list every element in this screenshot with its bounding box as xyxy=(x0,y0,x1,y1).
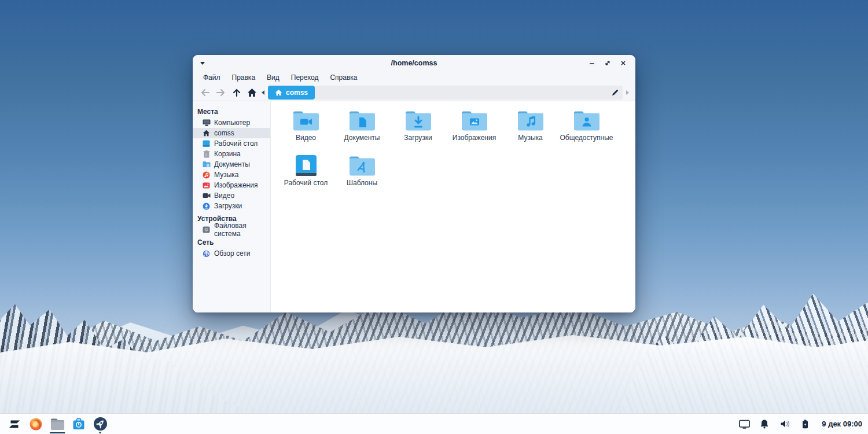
sidebar-item-label: Рабочий стол xyxy=(214,139,258,148)
sidebar-section-places: Места xyxy=(193,104,270,117)
sidebar-item-comss[interactable]: comss xyxy=(193,128,270,138)
sidebar-item-network-browse[interactable]: Обзор сети xyxy=(193,248,270,259)
file-manager-icon xyxy=(50,418,65,431)
display-icon[interactable] xyxy=(738,418,750,430)
taskbar-tray: 9 дек 09:00 xyxy=(738,418,862,430)
sidebar-item-filesystem[interactable]: Файловая система xyxy=(193,225,270,235)
file-manager-button[interactable] xyxy=(49,414,66,434)
file-label: Изображения xyxy=(453,134,496,142)
volume-icon[interactable] xyxy=(779,418,790,430)
home-button[interactable] xyxy=(244,86,260,100)
menu-file[interactable]: Файл xyxy=(197,71,226,84)
sidebar-item-downloads[interactable]: Загрузки xyxy=(193,201,270,211)
desktop-icon xyxy=(202,139,211,148)
sidebar-item-trash[interactable]: Корзина xyxy=(193,149,270,159)
window-menu-caret-icon[interactable] xyxy=(200,60,207,67)
taskbar: 9 дек 09:00 xyxy=(0,413,868,434)
running-app-indicator xyxy=(100,432,101,433)
file-grid: Видео Документы xyxy=(271,101,635,312)
folder-documents-icon xyxy=(348,108,376,133)
filesystem-drive-icon xyxy=(202,226,211,234)
breadcrumb-scroll-right-icon[interactable] xyxy=(624,86,631,100)
maximize-button[interactable] xyxy=(602,58,613,68)
desktop: /home/comss Файл Правка Вид xyxy=(0,0,868,434)
firefox-icon xyxy=(29,417,43,431)
file-label: Документы xyxy=(344,134,380,142)
file-item-desktop[interactable]: Рабочий стол xyxy=(278,153,334,198)
file-item-music[interactable]: Музыка xyxy=(502,108,558,153)
folder-video-icon xyxy=(292,108,320,133)
sidebar-item-images[interactable]: Изображения xyxy=(193,180,270,190)
trash-icon xyxy=(202,150,211,159)
menu-help[interactable]: Справка xyxy=(324,71,363,84)
sidebar: Места Компьютер comss xyxy=(193,101,271,312)
breadcrumb-scroll-left-icon[interactable] xyxy=(260,86,267,100)
notifications-bell-icon[interactable] xyxy=(759,418,770,430)
launcher-rocket-button[interactable] xyxy=(91,414,109,434)
sidebar-item-label: Обзор сети xyxy=(214,249,250,258)
software-store-button[interactable] xyxy=(70,414,87,434)
file-label: Загрузки xyxy=(404,134,432,142)
sidebar-item-computer[interactable]: Компьютер xyxy=(193,117,270,128)
sidebar-item-label: Видео xyxy=(214,192,234,200)
sidebar-item-video[interactable]: Видео xyxy=(193,190,270,201)
close-button[interactable] xyxy=(618,58,628,68)
menu-edit[interactable]: Правка xyxy=(226,71,262,84)
sidebar-item-label: Загрузки xyxy=(214,202,242,210)
downloads-icon xyxy=(202,202,211,211)
breadcrumb-label: comss xyxy=(286,89,308,97)
up-button[interactable] xyxy=(229,86,244,100)
file-label: Музыка xyxy=(518,134,542,142)
file-item-public[interactable]: Общедоступные xyxy=(558,108,615,153)
toolbar: comss xyxy=(193,84,635,101)
file-label: Шаблоны xyxy=(347,179,377,187)
file-item-downloads[interactable]: Загрузки xyxy=(390,108,446,153)
sidebar-item-music[interactable]: Музыка xyxy=(193,170,270,180)
file-manager-window: /home/comss Файл Правка Вид xyxy=(193,55,635,312)
firefox-button[interactable] xyxy=(27,414,45,434)
launcher-rocket-icon xyxy=(93,417,108,431)
sidebar-item-label: Компьютер xyxy=(214,119,250,127)
sidebar-item-label: comss xyxy=(214,129,234,137)
file-item-templates[interactable]: Шаблоны xyxy=(334,153,390,198)
edit-path-pencil-icon[interactable] xyxy=(608,86,623,100)
window-body: Места Компьютер comss xyxy=(193,101,635,312)
software-store-icon xyxy=(72,417,86,431)
zorin-menu-icon xyxy=(7,417,22,432)
sidebar-item-documents[interactable]: Документы xyxy=(193,159,270,170)
breadcrumb-current-folder[interactable]: comss xyxy=(268,86,315,100)
battery-icon[interactable] xyxy=(799,418,811,430)
forward-button[interactable] xyxy=(213,86,229,100)
file-label: Видео xyxy=(296,134,316,142)
file-item-video[interactable]: Видео xyxy=(278,108,334,153)
sidebar-item-label: Документы xyxy=(214,160,250,168)
path-bar[interactable]: comss xyxy=(268,86,623,100)
window-title: /home/comss xyxy=(193,59,635,67)
minimize-button[interactable] xyxy=(587,58,597,68)
folder-images-icon xyxy=(461,108,488,133)
file-label: Общедоступные xyxy=(560,134,613,142)
taskbar-apps xyxy=(6,414,109,434)
sidebar-item-label: Музыка xyxy=(214,171,238,179)
sidebar-item-label: Файловая система xyxy=(214,222,270,238)
documents-folder-icon xyxy=(202,160,211,169)
back-button[interactable] xyxy=(197,86,213,100)
network-globe-icon xyxy=(202,249,211,258)
menu-go[interactable]: Переход xyxy=(285,71,325,84)
music-icon xyxy=(202,171,211,179)
sidebar-item-label: Изображения xyxy=(214,181,258,189)
menubar: Файл Правка Вид Переход Справка xyxy=(193,71,635,84)
titlebar[interactable]: /home/comss xyxy=(193,55,635,71)
video-camera-icon xyxy=(202,192,211,200)
folder-public-icon xyxy=(573,108,601,133)
folder-music-icon xyxy=(517,108,545,133)
folder-templates-icon xyxy=(348,153,376,178)
menu-view[interactable]: Вид xyxy=(261,71,285,84)
taskbar-clock[interactable]: 9 дек 09:00 xyxy=(822,420,862,428)
active-app-indicator xyxy=(50,432,65,433)
zorin-menu-button[interactable] xyxy=(6,414,23,434)
home-icon xyxy=(202,129,211,138)
file-item-documents[interactable]: Документы xyxy=(334,108,390,153)
file-item-images[interactable]: Изображения xyxy=(446,108,502,153)
sidebar-item-desktop[interactable]: Рабочий стол xyxy=(193,138,270,149)
